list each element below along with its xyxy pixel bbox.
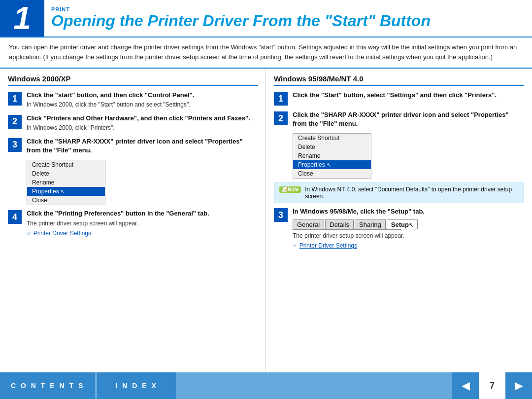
tab-details[interactable]: Details [325, 219, 354, 229]
left-context-menu: Create Shortcut Delete Rename Properties… [27, 160, 105, 205]
header-text-block: PRINT Opening the Printer Driver From th… [44, 0, 437, 36]
left-step-2-sub: In Windows 2000, click "Printers". [27, 124, 258, 132]
left-step-3: 3 Click the "SHARP AR-XXXX" printer driv… [8, 137, 258, 155]
left-step-1-number: 1 [8, 92, 22, 106]
right-step-3-sub: The printer driver setup screen will app… [293, 232, 524, 240]
left-step-3-content: Click the "SHARP AR-XXXX" printer driver… [27, 137, 258, 155]
left-step-1: 1 Click the "start" button, and then cli… [8, 91, 258, 109]
prev-page-button[interactable]: ◀ [452, 372, 479, 399]
footer-nav: ◀ 7 ▶ [452, 372, 532, 399]
page-wrapper: 1 PRINT Opening the Printer Driver From … [0, 0, 532, 399]
left-step-1-content: Click the "start" button, and then click… [27, 91, 258, 109]
page-title: Opening the Printer Driver From the "Sta… [51, 12, 431, 30]
right-printer-driver-link[interactable]: Printer Driver Settings [299, 242, 357, 249]
left-step-2: 2 Click "Printers and Other Hardware", a… [8, 114, 258, 132]
left-step-4-main: Click the "Printing Preferences" button … [27, 209, 258, 218]
left-step-2-main: Click "Printers and Other Hardware", and… [27, 114, 258, 123]
right-link-arrow: ☞ [293, 243, 298, 249]
right-step-1-content: Click the "Start" button, select "Settin… [293, 91, 524, 100]
left-printer-driver-link[interactable]: Printer Driver Settings [33, 230, 91, 237]
right-step-1-main: Click the "Start" button, select "Settin… [293, 91, 524, 100]
left-link-arrow: ☞ [27, 230, 32, 236]
right-step-1-number: 1 [274, 92, 288, 106]
menu-item-close: Close [27, 196, 105, 205]
chapter-number: 1 [0, 0, 44, 36]
left-step-4-number: 4 [8, 210, 22, 224]
tab-bar-wrapper: General Details Sharing Setup↖ [293, 219, 524, 230]
left-step-4-sub: The printer driver setup screen will app… [27, 219, 258, 228]
left-column-heading: Windows 2000/XP [8, 74, 258, 86]
right-menu-item-rename: Rename [293, 151, 371, 160]
left-step-2-number: 2 [8, 115, 22, 129]
left-step-1-sub: In Windows 2000, click the "Start" butto… [27, 101, 258, 109]
right-step-2-number: 2 [274, 111, 288, 125]
left-step-3-main: Click the "SHARP AR-XXXX" printer driver… [27, 137, 258, 155]
tab-underline [293, 229, 401, 230]
next-page-button[interactable]: ▶ [505, 372, 532, 399]
menu-item-create-shortcut: Create Shortcut [27, 160, 105, 169]
right-menu-item-close: Close [293, 169, 371, 178]
right-context-menu: Create Shortcut Delete Rename Properties… [293, 133, 371, 179]
right-step-2-content: Click the "SHARP AR-XXXX" printer driver… [293, 110, 524, 128]
index-button[interactable]: I N D E X [97, 372, 176, 399]
right-column-heading: Windows 95/98/Me/NT 4.0 [274, 74, 524, 86]
page-header: 1 PRINT Opening the Printer Driver From … [0, 0, 532, 37]
menu-item-rename: Rename [27, 178, 105, 187]
left-step-1-main: Click the "start" button, and then click… [27, 91, 258, 100]
left-link-wrapper: ☞ Printer Driver Settings [27, 229, 258, 237]
left-column: Windows 2000/XP 1 Click the "start" butt… [0, 69, 266, 372]
right-menu-item-delete: Delete [293, 143, 371, 151]
menu-item-delete: Delete [27, 169, 105, 178]
tab-bar: General Details Sharing Setup↖ [293, 219, 524, 229]
note-text: In Windows NT 4.0, select "Document Defa… [305, 186, 519, 200]
page-number: 7 [479, 372, 505, 399]
left-step-4: 4 Click the "Printing Preferences" butto… [8, 209, 258, 237]
left-step-3-number: 3 [8, 138, 22, 152]
right-step-2: 2 Click the "SHARP AR-XXXX" printer driv… [274, 110, 524, 128]
left-step-2-content: Click "Printers and Other Hardware", and… [27, 114, 258, 132]
note-icon: 📝Note [279, 186, 301, 193]
content-area: Windows 2000/XP 1 Click the "start" butt… [0, 69, 532, 372]
menu-item-properties-selected[interactable]: Properties ↖ [27, 187, 105, 196]
right-column: Windows 95/98/Me/NT 4.0 1 Click the "Sta… [266, 69, 532, 372]
intro-text: You can open the printer driver and chan… [0, 37, 532, 69]
right-step-3-number: 3 [274, 208, 288, 222]
tab-sharing[interactable]: Sharing [355, 219, 386, 229]
contents-button[interactable]: C O N T E N T S [0, 372, 95, 399]
left-step-4-content: Click the "Printing Preferences" button … [27, 209, 258, 237]
right-step-3: 3 In Windows 95/98/Me, click the "Setup"… [274, 207, 524, 249]
right-menu-item-create-shortcut: Create Shortcut [293, 134, 371, 143]
tab-general[interactable]: General [293, 219, 324, 229]
right-step-1: 1 Click the "Start" button, select "Sett… [274, 91, 524, 106]
right-step-3-content: In Windows 95/98/Me, click the "Setup" t… [293, 207, 524, 249]
note-box: 📝Note In Windows NT 4.0, select "Documen… [274, 182, 524, 203]
right-menu-item-properties-selected[interactable]: Properties ↖ [293, 160, 371, 169]
tab-setup[interactable]: Setup↖ [387, 219, 418, 229]
footer: C O N T E N T S I N D E X ◀ 7 ▶ [0, 372, 532, 399]
right-step-2-main: Click the "SHARP AR-XXXX" printer driver… [293, 110, 524, 128]
right-step-3-main: In Windows 95/98/Me, click the "Setup" t… [293, 207, 524, 216]
right-link-wrapper: ☞ Printer Driver Settings [293, 242, 524, 249]
